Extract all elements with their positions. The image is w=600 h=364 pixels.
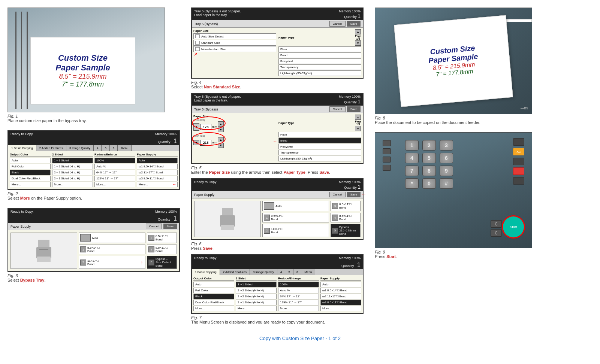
fig5-lightweight[interactable]: Lightweight (55-63g/m²) <box>278 156 361 161</box>
fig7-paper-auto[interactable]: Auto <box>320 282 361 287</box>
fig2-paper-3[interactable]: ш3 8.5×11"□ Bond <box>137 176 178 181</box>
fig2-output-fullcolor[interactable]: Full Color <box>10 164 51 169</box>
fig4-lightweight[interactable]: Lightweight (55-63g/m²) <box>278 70 361 76</box>
fig9-key-star[interactable]: * <box>405 178 419 189</box>
fig5-dim2-up[interactable]: ▲ <box>218 137 224 142</box>
fig3-tray2[interactable]: 2 11×17"□Bond <box>79 256 145 269</box>
tab-image-quality[interactable]: 3 Image Quality <box>66 145 94 151</box>
fig2-paper-more[interactable]: More... ← <box>137 182 178 187</box>
fig7-tab-5[interactable]: 5 <box>285 269 293 275</box>
fig9-ac-btn[interactable]: AC <box>513 148 524 155</box>
fig7-paper-1[interactable]: ш1 8.5×14"□ Bond <box>320 288 361 293</box>
fig5-dim2-val[interactable]: 215 <box>200 140 211 146</box>
fig2-reduce-129[interactable]: 129% 11" → 17" <box>94 176 135 181</box>
fig5-save-btn[interactable]: Save <box>347 106 361 112</box>
fig4-standard[interactable]: Standard Size <box>193 40 276 46</box>
fig6-tray1[interactable]: 1 8.5×14"□Bond <box>262 213 329 222</box>
tab-6[interactable]: 6 <box>110 145 118 151</box>
fig5-down-btn[interactable]: ▼ <box>355 126 361 131</box>
fig4-transparency[interactable]: Transparency <box>278 64 361 70</box>
fig4-plain[interactable]: Plain <box>278 46 361 52</box>
fig9-key8[interactable]: 8 <box>422 166 436 176</box>
fig7-sided-2to2b[interactable]: 2→2 Sided (H to H) <box>236 294 277 299</box>
fig3-tray1[interactable]: 1 8.5×14"□Bond <box>79 245 145 254</box>
fig7-output-fullcolor[interactable]: Full Color <box>193 288 234 293</box>
fig7-reduce-auto[interactable]: Auto % <box>278 288 319 293</box>
fig9-key2[interactable]: 2 <box>422 140 436 151</box>
fig7-sided-1to1[interactable]: 1→1 Sided <box>236 282 277 287</box>
fig4-bond[interactable]: Bond <box>278 52 361 58</box>
fig7-paper-3[interactable]: ш3 8.5×11"□ Bond <box>320 300 361 305</box>
fig3-tray3[interactable]: 3 8.5×11"□Bond <box>147 233 177 243</box>
fig9-key-hash[interactable]: # <box>440 178 453 189</box>
fig6-auto[interactable]: Auto <box>262 201 329 211</box>
fig4-down-btn[interactable]: ▼ <box>355 40 361 46</box>
fig3-cancel-btn[interactable]: Cancel <box>146 224 162 229</box>
fig9-key1[interactable]: 1 <box>405 140 419 151</box>
fig7-reduce-129[interactable]: 129% 11" → 17" <box>278 300 319 305</box>
fig7-tab-basic[interactable]: 1 Basic Copying <box>192 269 220 275</box>
fig7-tab-added[interactable]: 2 Added Features <box>220 269 250 275</box>
fig5-cancel-btn[interactable]: Cancel <box>329 106 346 112</box>
fig7-output-black[interactable]: Black <box>193 294 234 299</box>
fig2-sided-2to1[interactable]: 2→1 Sided (H to H) <box>52 176 93 181</box>
fig4-cancel-btn[interactable]: Cancel <box>329 21 346 27</box>
fig7-sided-more[interactable]: More... <box>236 306 277 311</box>
fig6-cancel-btn[interactable]: Cancel <box>329 192 346 197</box>
fig7-reduce-64[interactable]: 64% 17" → 11" <box>278 294 319 299</box>
fig7-sided-2to2a[interactable]: 2→2 Sided (H to H) <box>236 288 277 293</box>
fig7-reduce-100[interactable]: 100% <box>278 282 319 287</box>
fig6-tray5[interactable]: 5 Bypass...215×178mmBond <box>331 224 361 237</box>
fig5-dim1-up[interactable]: ▲ <box>218 121 224 127</box>
fig4-up-btn[interactable]: ▲ <box>355 29 361 34</box>
fig9-key0[interactable]: 0 <box>422 178 436 189</box>
fig5-bond[interactable]: Bond ← <box>278 138 361 143</box>
fig2-sided-more[interactable]: More... <box>52 182 93 187</box>
fig7-sided-2to1[interactable]: 2→1 Sided (H to H) <box>236 300 277 305</box>
fig2-output-auto[interactable]: Auto <box>10 158 51 163</box>
fig2-paper-2[interactable]: ш2 11×17"□ Bond <box>137 170 178 175</box>
tab-basic-copying[interactable]: 1 Basic Copying <box>8 145 36 151</box>
fig7-output-auto[interactable]: Auto <box>193 282 234 287</box>
fig7-tab-menu[interactable]: Menu <box>301 269 315 275</box>
fig9-key5[interactable]: 5 <box>422 153 436 163</box>
fig4-nonstandard[interactable]: Non-standard Size ↗ <box>193 46 276 52</box>
tab-added-features[interactable]: 2 Added Features <box>36 145 66 151</box>
fig9-c-btn2[interactable]: C <box>491 229 502 237</box>
tab-4[interactable]: 4 <box>94 145 102 151</box>
fig9-red-btn[interactable] <box>513 167 524 175</box>
fig3-tray4[interactable]: 4 8.5×11"□Bond <box>147 245 177 254</box>
fig6-tray3[interactable]: 3 8.5×11"□Bond <box>331 201 361 211</box>
fig2-reduce-64[interactable]: 64% 17" → 11" <box>94 170 135 175</box>
fig2-paper-1[interactable]: ш1 8.5×14"□ Bond <box>137 164 178 169</box>
fig5-plain[interactable]: Plain <box>278 132 361 137</box>
fig2-reduce-more[interactable]: More... <box>94 182 135 187</box>
fig5-recycled[interactable]: Recycled <box>278 144 361 149</box>
fig6-save-btn[interactable]: Save <box>347 192 361 197</box>
fig5-dim2-left[interactable]: ◄ <box>193 140 199 145</box>
fig5-dim2-down[interactable]: ▼ <box>218 143 224 148</box>
fig7-tab-4[interactable]: 4 <box>277 269 285 275</box>
fig9-key3[interactable]: 3 <box>440 140 453 151</box>
fig2-reduce-auto[interactable]: Auto % <box>94 164 135 169</box>
fig6-tray2[interactable]: 2 11×17"□Bond <box>262 224 329 237</box>
fig5-dim1-down[interactable]: ▼ <box>218 127 224 132</box>
fig9-key9[interactable]: 9 <box>440 166 453 176</box>
fig5-transparency[interactable]: Transparency <box>278 150 361 155</box>
fig3-tray5-bypass[interactable]: 5 Bypass...Size DetectBond ↑ <box>147 256 177 269</box>
fig4-recycled[interactable]: Recycled <box>278 58 361 64</box>
fig7-paper-more[interactable]: More... <box>320 306 361 311</box>
fig9-start-btn[interactable]: Start <box>503 216 524 237</box>
fig2-output-dual[interactable]: Dual Color-Red/Black <box>10 176 51 181</box>
fig7-tab-image[interactable]: 3 Image Quality <box>250 269 277 275</box>
fig9-key7[interactable]: 7 <box>405 166 419 176</box>
fig2-output-black[interactable]: Black <box>10 170 51 175</box>
fig2-sided-1to2[interactable]: 1→2 Sided (H to H) <box>52 164 93 169</box>
fig2-reduce-100[interactable]: 100% <box>94 158 135 163</box>
fig2-sided-1to1[interactable]: 1→1 Sided <box>52 158 93 163</box>
fig5-dim1-val[interactable]: 178 <box>200 124 211 130</box>
fig5-up-btn[interactable]: ▲ <box>355 115 361 120</box>
fig3-tray-auto[interactable]: Auto <box>79 233 145 243</box>
fig3-save-btn[interactable]: Save <box>163 224 177 229</box>
fig7-tab-6[interactable]: 6 <box>293 269 301 275</box>
